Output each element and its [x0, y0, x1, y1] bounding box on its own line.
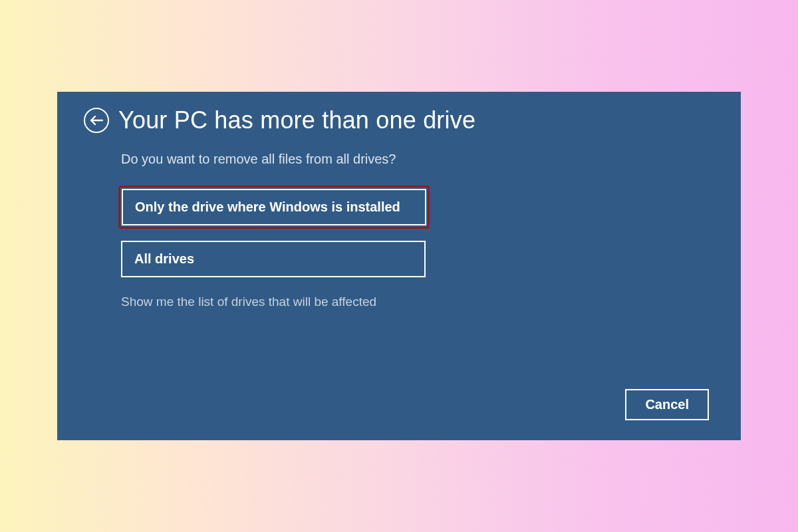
reset-pc-drive-selection-dialog: Your PC has more than one drive Do you w… — [57, 92, 741, 440]
option-only-windows-drive[interactable]: Only the drive where Windows is installe… — [122, 189, 426, 225]
dialog-header: Your PC has more than one drive — [84, 106, 710, 134]
option-label: All drives — [134, 251, 194, 266]
back-arrow-icon — [90, 115, 103, 126]
option-label: Only the drive where Windows is installe… — [135, 200, 400, 214]
back-button[interactable] — [84, 108, 109, 133]
show-affected-drives-link[interactable]: Show me the list of drives that will be … — [121, 295, 376, 309]
dialog-subtitle: Do you want to remove all files from all… — [121, 152, 710, 167]
cancel-button[interactable]: Cancel — [625, 389, 709, 420]
option-highlight-annotation: Only the drive where Windows is installe… — [118, 186, 430, 229]
dialog-title: Your PC has more than one drive — [118, 106, 475, 134]
cancel-button-label: Cancel — [645, 397, 689, 412]
option-all-drives[interactable]: All drives — [121, 241, 426, 277]
